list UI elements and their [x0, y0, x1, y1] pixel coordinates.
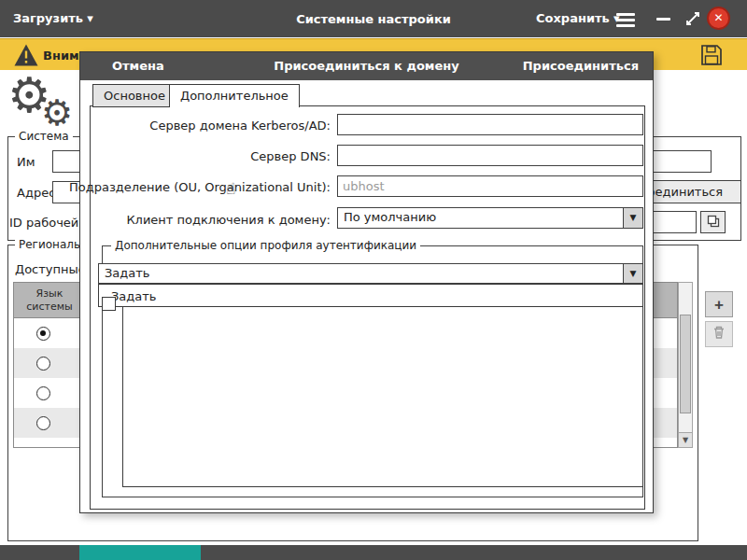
row-checkbox[interactable] — [102, 297, 116, 311]
scrollbar-thumb[interactable] — [680, 315, 691, 413]
copy-button[interactable] — [700, 211, 726, 233]
language-radio[interactable] — [36, 386, 50, 400]
auth-options-legend: Дополнительные опции профиля аутентифика… — [111, 239, 420, 252]
auth-profile-combobox[interactable]: Задать ▼ — [98, 263, 643, 284]
gears-icon-small: ⚙ — [41, 95, 73, 131]
close-button[interactable]: ✕ — [707, 7, 730, 30]
remove-language-button[interactable] — [705, 321, 733, 347]
dialog-join-button[interactable]: Присоединиться — [523, 59, 639, 73]
save-file-icon[interactable] — [699, 43, 724, 70]
app-title: Системные настройки — [0, 12, 747, 26]
address-label: Адрес — [17, 186, 55, 200]
expand-button[interactable] — [684, 10, 701, 30]
minimize-button[interactable] — [656, 18, 670, 21]
top-bar: Загрузить ▾ Системные настройки Сохранит… — [0, 0, 747, 37]
join-domain-dialog: Отмена Присоединиться к домену Присоедин… — [79, 51, 654, 513]
dns-server-input[interactable] — [337, 145, 643, 166]
dns-server-label: Сервер DNS: — [250, 149, 331, 163]
ou-label: Подразделение (OU, Organizational Unit): — [69, 180, 331, 194]
domain-client-combobox[interactable]: По умолчанию ▼ — [337, 207, 643, 229]
language-table-scrollbar[interactable]: ▼ — [678, 282, 693, 448]
scroll-down-icon: ▼ — [683, 436, 688, 444]
copy-icon — [706, 217, 721, 231]
language-radio[interactable] — [36, 327, 50, 341]
save-menu-label: Сохранить — [536, 11, 610, 25]
tab-basic[interactable]: Основное — [92, 84, 176, 107]
auth-profile-value: Задать — [105, 266, 150, 280]
combo-arrow-icon[interactable]: ▼ — [623, 264, 642, 283]
hamburger-menu-icon[interactable] — [616, 10, 635, 30]
minimize-icon — [656, 18, 670, 21]
warning-icon — [13, 43, 39, 70]
workgroup-id-label: ID рабочей — [9, 216, 78, 230]
dialog-header: Отмена Присоединиться к домену Присоедин… — [80, 52, 653, 80]
mouse-cursor-icon: ☝ — [226, 179, 235, 198]
scrollbar-down-button[interactable]: ▼ — [679, 432, 692, 447]
save-menu[interactable]: Сохранить ▾ — [536, 11, 619, 25]
language-column-header: Язык системы — [14, 283, 85, 317]
add-language-button[interactable]: + — [705, 291, 733, 317]
tab-advanced[interactable]: Дополнительное — [169, 84, 300, 107]
domain-client-value: По умолчанию — [344, 210, 436, 224]
auth-options-listbox[interactable] — [122, 289, 643, 487]
regional-fieldset-legend: Региональ — [15, 238, 84, 251]
auth-profile-dropdown: Задать — [98, 284, 643, 307]
expand-icon — [684, 16, 701, 30]
language-radio[interactable] — [36, 416, 50, 430]
kerberos-server-input[interactable] — [337, 114, 643, 135]
domain-client-label: Клиент подключения к домену: — [126, 213, 331, 227]
close-icon: ✕ — [713, 11, 723, 24]
progress-segment — [79, 545, 201, 560]
system-fieldset-legend: Система — [15, 130, 73, 143]
name-label: Им — [17, 155, 35, 169]
trash-icon — [712, 326, 726, 343]
language-radio[interactable] — [36, 357, 50, 371]
ou-input[interactable] — [337, 175, 643, 197]
combo-arrow-icon[interactable]: ▼ — [623, 208, 642, 228]
kerberos-server-label: Сервер домена Kerberos/AD: — [149, 119, 331, 133]
dropdown-option[interactable]: Задать — [99, 285, 642, 308]
